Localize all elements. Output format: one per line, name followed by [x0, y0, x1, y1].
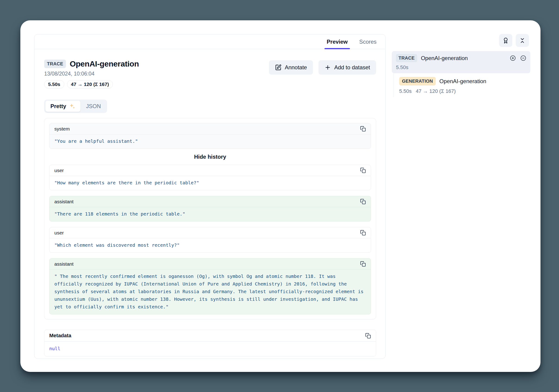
copy-icon[interactable] [360, 168, 366, 173]
toggle-pretty[interactable]: Pretty [45, 101, 81, 112]
message-content: " The most recently confirmed element is… [49, 269, 371, 314]
tree-node-actions [510, 55, 526, 61]
copy-icon[interactable] [360, 261, 366, 267]
copy-icon[interactable] [360, 126, 366, 132]
message-role-label: system [54, 126, 70, 132]
add-to-dataset-button-label: Add to dataset [334, 64, 370, 71]
trace-title-line: TRACE OpenAI-generation [44, 59, 139, 68]
message-role-label: assistant [54, 261, 74, 267]
copy-icon[interactable] [360, 199, 366, 205]
metadata-card: Metadata null [44, 330, 376, 356]
metadata-label: Metadata [49, 333, 71, 339]
sparkles-icon [68, 103, 75, 110]
annotation-queue-button[interactable] [499, 34, 512, 47]
annotate-icon [275, 64, 281, 71]
metadata-value: null [49, 346, 60, 351]
conversation-panel: system "You are a helpful assistant." Hi… [44, 118, 376, 320]
tree-node-generation-line: GENERATION OpenAI-generation [399, 77, 530, 85]
token-usage-badge: 47 → 120 (Σ 167) [67, 80, 113, 89]
message-header: system [49, 123, 371, 134]
page-title: OpenAI-generation [70, 59, 139, 68]
trace-stats-row: 5.50s 47 → 120 (Σ 167) [44, 80, 139, 89]
system-messages-group: system "You are a helpful assistant." [49, 123, 371, 149]
expand-all-icon[interactable] [510, 55, 516, 61]
history-messages-group: user "How many elements are there in the… [49, 165, 371, 314]
generation-node-badge: GENERATION [399, 77, 436, 85]
trace-detail-content: TRACE OpenAI-generation 13/08/2024, 10:0… [35, 49, 385, 356]
tab-scores-label: Scores [359, 39, 376, 45]
generation-node-duration: 5.50s [399, 88, 412, 94]
message-card: assistant "There are 118 elements in the… [49, 196, 371, 222]
tree-node-generation[interactable]: GENERATION OpenAI-generation 5.50s 47 → … [399, 77, 530, 94]
message-header: user [49, 227, 371, 238]
message-role-label: user [54, 230, 64, 236]
tab-preview-label: Preview [327, 39, 348, 45]
message-card: assistant " The most recently confirmed … [49, 258, 371, 314]
sidebar-toolbar [392, 34, 530, 47]
collapse-all-button[interactable] [516, 34, 529, 47]
add-to-dataset-button[interactable]: Add to dataset [318, 60, 376, 75]
trace-header: TRACE OpenAI-generation 13/08/2024, 10:0… [44, 59, 376, 89]
award-icon [503, 37, 509, 44]
message-card: user "Which element was discovered most … [49, 227, 371, 253]
latency-badge: 5.50s [44, 80, 64, 89]
trace-actions: Annotate Add to dataset [269, 59, 376, 75]
message-content: "You are a helpful assistant." [49, 134, 371, 149]
copy-icon[interactable] [365, 333, 371, 339]
trace-type-badge: TRACE [44, 60, 66, 68]
generation-node-tokens: 47 → 120 (Σ 167) [416, 88, 456, 94]
trace-header-info: TRACE OpenAI-generation 13/08/2024, 10:0… [44, 59, 139, 89]
trace-tree-sidebar: TRACE OpenAI-generation [392, 20, 530, 97]
metadata-content: null [44, 341, 376, 356]
message-content: "Which element was discovered most recen… [49, 238, 371, 252]
collapse-node-icon[interactable] [520, 55, 526, 61]
message-role-label: assistant [54, 199, 74, 205]
tree-node-trace[interactable]: TRACE OpenAI-generation [392, 51, 530, 73]
message-header: assistant [49, 258, 371, 269]
active-tab-underline [325, 48, 350, 49]
message-role-label: user [54, 168, 64, 173]
trace-node-title: OpenAI-generation [421, 55, 506, 62]
toggle-json[interactable]: JSON [81, 101, 106, 112]
trace-node-duration: 5.50s [396, 64, 526, 71]
view-format-toggle: Pretty JSON [44, 99, 107, 113]
trace-timestamp: 13/08/2024, 10:06:04 [44, 71, 139, 77]
trace-detail-panel: Preview Scores TRACE OpenAI-generation 1… [34, 34, 386, 359]
desktop-background: Preview Scores TRACE OpenAI-generation 1… [0, 0, 559, 392]
metadata-header: Metadata [44, 330, 376, 341]
app-window: Preview Scores TRACE OpenAI-generation 1… [20, 20, 540, 372]
tree-node-trace-line: TRACE OpenAI-generation [396, 54, 526, 62]
generation-node-title: OpenAI-generation [439, 78, 530, 85]
message-header: assistant [49, 196, 371, 207]
toggle-json-label: JSON [86, 103, 101, 109]
tab-scores[interactable]: Scores [356, 35, 379, 49]
tab-bar: Preview Scores [35, 35, 385, 49]
message-card: system "You are a helpful assistant." [49, 123, 371, 149]
message-card: user "How many elements are there in the… [49, 165, 371, 190]
annotate-button-label: Annotate [285, 64, 307, 71]
message-content: "How many elements are there in the peri… [49, 176, 371, 190]
tab-preview[interactable]: Preview [324, 35, 351, 49]
message-content: "There are 118 elements in the periodic … [49, 207, 371, 221]
copy-icon[interactable] [360, 230, 366, 236]
toggle-pretty-label: Pretty [50, 103, 66, 109]
plus-icon [325, 64, 331, 71]
tree-children: GENERATION OpenAI-generation 5.50s 47 → … [394, 73, 530, 97]
annotate-button[interactable]: Annotate [269, 60, 313, 75]
hide-history-button[interactable]: Hide history [190, 152, 230, 161]
generation-node-meta: 5.50s 47 → 120 (Σ 167) [399, 88, 530, 94]
message-header: user [49, 165, 371, 176]
trace-node-badge: TRACE [396, 54, 417, 62]
chevrons-down-up-icon [519, 37, 525, 44]
